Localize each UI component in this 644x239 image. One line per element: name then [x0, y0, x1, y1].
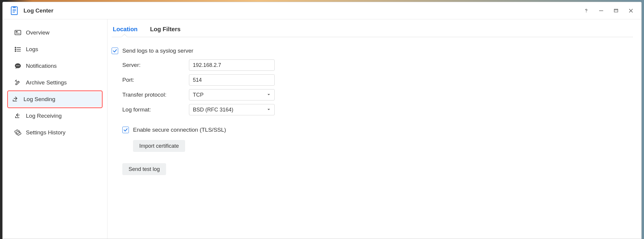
svg-point-20	[16, 65, 17, 66]
svg-rect-6	[599, 10, 603, 11]
tls-subsection: Import certificate	[122, 140, 633, 152]
log-center-window: Log Center	[2, 2, 642, 239]
svg-point-14	[15, 47, 16, 48]
svg-point-16	[15, 49, 16, 50]
server-row: Server:	[122, 58, 633, 72]
minimize-button[interactable]	[598, 7, 604, 14]
tls-checkbox[interactable]	[122, 127, 129, 133]
button-label: Send test log	[129, 166, 160, 172]
window-title: Log Center	[24, 7, 53, 14]
send-logs-label: Send logs to a syslog server	[122, 48, 193, 54]
sidebar: Overview Logs Notifications	[3, 19, 107, 239]
form-fields: Server: Port: Transfer protocol: TCP	[112, 58, 633, 175]
maximize-button[interactable]	[613, 7, 619, 14]
sidebar-item-label: Archive Settings	[26, 79, 67, 86]
format-label: Log format:	[122, 106, 189, 113]
tls-row: Enable secure connection (TLS/SSL)	[122, 123, 633, 137]
sidebar-item-log-receiving[interactable]: Log Receiving	[11, 109, 102, 123]
sidebar-item-label: Log Sending	[24, 96, 55, 103]
svg-point-22	[19, 65, 20, 66]
tab-label: Log Filters	[150, 26, 180, 32]
chevron-down-icon	[267, 92, 271, 98]
tab-log-filters[interactable]: Log Filters	[149, 22, 181, 37]
sidebar-item-log-sending[interactable]: Log Sending	[9, 92, 101, 107]
sidebar-item-label: Notifications	[26, 63, 57, 69]
tools-icon	[14, 79, 22, 87]
port-input[interactable]	[189, 74, 275, 86]
svg-rect-11	[15, 30, 21, 35]
send-icon	[12, 95, 19, 103]
send-test-log-button[interactable]: Send test log	[122, 163, 166, 175]
format-select[interactable]: BSD (RFC 3164)	[189, 104, 275, 115]
window-controls	[583, 7, 634, 14]
server-input[interactable]	[189, 59, 275, 71]
send-logs-checkbox[interactable]	[112, 48, 118, 54]
sidebar-item-notifications[interactable]: Notifications	[11, 59, 102, 73]
protocol-value: TCP	[193, 92, 204, 98]
sidebar-item-label: Settings History	[26, 129, 65, 136]
svg-rect-1	[13, 6, 15, 8]
chat-icon	[14, 62, 22, 70]
help-button[interactable]	[583, 7, 590, 14]
svg-rect-12	[16, 31, 18, 32]
tls-label: Enable secure connection (TLS/SSL)	[133, 127, 226, 133]
sidebar-item-overview[interactable]: Overview	[11, 25, 102, 40]
tabs: Location Log Filters	[112, 22, 633, 37]
content-pane: Location Log Filters Send logs to a sysl…	[107, 19, 641, 239]
protocol-label: Transfer protocol:	[122, 92, 189, 98]
sidebar-item-label: Log Receiving	[26, 113, 62, 119]
tab-underline	[112, 37, 633, 37]
sidebar-item-highlight: Log Sending	[11, 92, 102, 107]
close-button[interactable]	[628, 7, 634, 14]
port-row: Port:	[122, 73, 633, 87]
svg-point-18	[15, 51, 16, 52]
protocol-row: Transfer protocol: TCP	[122, 88, 633, 102]
list-icon	[14, 45, 22, 53]
app-icon	[10, 6, 19, 15]
dashboard-icon	[14, 29, 22, 37]
server-label: Server:	[122, 62, 189, 68]
svg-point-21	[18, 65, 18, 66]
format-value: BSD (RFC 3164)	[193, 107, 233, 113]
receive-icon	[14, 112, 22, 120]
sidebar-item-label: Logs	[26, 46, 38, 53]
chevron-down-icon	[267, 107, 271, 113]
titlebar: Log Center	[3, 2, 641, 19]
port-label: Port:	[122, 77, 189, 83]
svg-rect-7	[614, 9, 618, 12]
sidebar-item-logs[interactable]: Logs	[11, 42, 102, 57]
sidebar-item-settings-history[interactable]: Settings History	[11, 125, 102, 140]
import-certificate-button[interactable]: Import certificate	[133, 140, 185, 152]
nav-list: Overview Logs Notifications	[11, 25, 102, 140]
sidebar-item-label: Overview	[26, 29, 49, 36]
protocol-select[interactable]: TCP	[189, 89, 275, 100]
sidebar-item-archive-settings[interactable]: Archive Settings	[11, 75, 102, 90]
send-test-row: Send test log	[122, 163, 633, 175]
gear-icon	[14, 129, 22, 136]
tab-label: Location	[113, 26, 137, 32]
button-label: Import certificate	[139, 143, 179, 149]
format-row: Log format: BSD (RFC 3164)	[122, 103, 633, 117]
send-logs-row: Send logs to a syslog server	[112, 44, 633, 58]
window-body: Overview Logs Notifications	[3, 19, 641, 239]
svg-point-5	[586, 12, 587, 12]
